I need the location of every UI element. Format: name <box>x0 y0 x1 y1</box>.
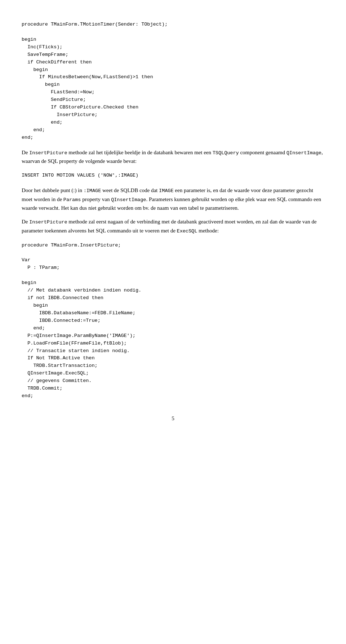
prose-code-3a: InsertPicture <box>29 219 67 225</box>
prose-paragraph-2: Door het dubbele punt (:) in :IMAGE weet… <box>22 186 324 212</box>
prose-text-1a: De <box>22 150 29 155</box>
prose-text-1b: methode zal het tijdelijke beeldje in de… <box>67 150 213 155</box>
prose-text-3c: methode: <box>197 228 219 234</box>
prose-code-1b: TSQLQuery <box>213 150 239 156</box>
prose-text-3a: De <box>22 219 29 225</box>
code-text-1: procedure TMainForm.TMotionTimer(Sender:… <box>22 21 324 142</box>
code-block-2: INSERT INTO MOTION VALUES ('NOW',:IMAGE) <box>22 172 324 179</box>
prose-code-2a: :IMAGE <box>84 188 101 194</box>
prose-code-2c: Params <box>63 197 81 203</box>
page-content: procedure TMainForm.TMotionTimer(Sender:… <box>22 21 324 423</box>
prose-text-1c: component genaamd <box>239 150 287 155</box>
code-text-2: INSERT INTO MOTION VALUES ('NOW',:IMAGE) <box>22 172 324 179</box>
prose-code-2b: IMAGE <box>159 188 174 194</box>
page-number: 5 <box>22 414 324 423</box>
prose-code-3b: ExecSQL <box>177 228 198 234</box>
code-text-3: procedure TMainForm.InsertPicture; Var P… <box>22 242 324 400</box>
prose-paragraph-1: De InsertPicture methode zal het tijdeli… <box>22 148 324 166</box>
prose-code-2d: QInsertImage <box>111 197 146 203</box>
prose-text-2d: property van <box>81 196 111 202</box>
prose-paragraph-3: De InsertPicture methode zal eerst nagaa… <box>22 217 324 235</box>
prose-text-2a: Door het dubbele punt (:) in <box>22 187 84 193</box>
prose-text-2b: weet de SQLDB code dat <box>101 187 159 193</box>
code-block-3: procedure TMainForm.InsertPicture; Var P… <box>22 242 324 400</box>
code-block-1: procedure TMainForm.TMotionTimer(Sender:… <box>22 21 324 142</box>
prose-code-1a: InsertPicture <box>29 150 67 156</box>
prose-code-1c: QInsertImage <box>287 150 321 156</box>
